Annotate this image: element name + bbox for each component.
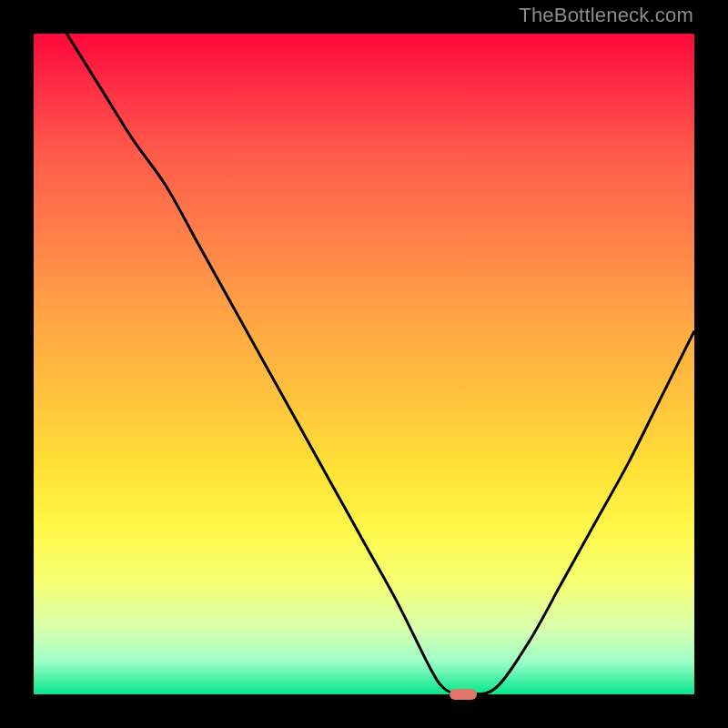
curve-path <box>66 34 694 694</box>
chart-frame: TheBottleneck.com <box>0 0 728 728</box>
bottleneck-marker <box>450 689 477 700</box>
plot-area <box>34 34 694 694</box>
bottleneck-curve <box>34 34 694 694</box>
watermark-text: TheBottleneck.com <box>519 4 693 27</box>
